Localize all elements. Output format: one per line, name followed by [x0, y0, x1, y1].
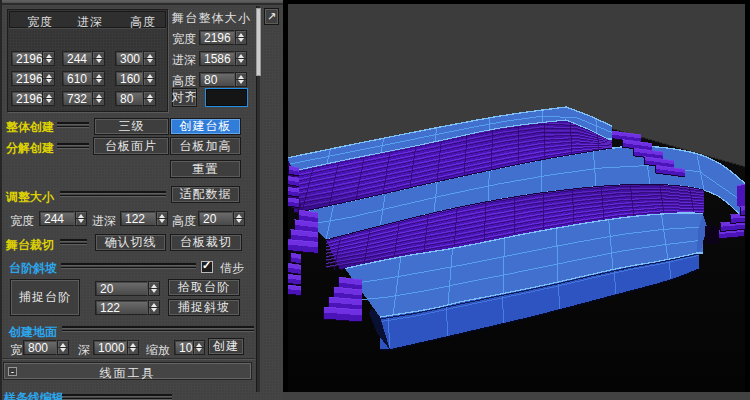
grid-r3c1-field[interactable]: 2196	[11, 91, 42, 106]
resize-field0-spin-down-icon[interactable]	[76, 219, 86, 226]
grid-r3c3-spin-down-icon[interactable]	[144, 99, 155, 106]
application-window: { "window": { "kind": "3d-modeling-tool-…	[0, 0, 750, 400]
create-ground-button[interactable]: 创建	[208, 338, 244, 355]
align-pick-field[interactable]	[205, 88, 248, 107]
capture-slope-button[interactable]: 捕捉斜坡	[168, 299, 240, 316]
grid-r3c1-spinner[interactable]	[42, 91, 55, 106]
divider-resize	[60, 191, 166, 197]
resize-field2-field[interactable]: 20	[198, 211, 233, 226]
ground-field1-spinner[interactable]	[127, 340, 139, 355]
ground-field2-spin-down-icon[interactable]	[194, 348, 204, 355]
resize-field1-field[interactable]: 122	[120, 211, 156, 226]
overall-row3-spinner[interactable]	[235, 72, 247, 87]
grid-r2c1-spinner[interactable]	[42, 71, 55, 86]
grid-r2c3-spinner[interactable]	[143, 71, 156, 86]
panel-left-edge	[0, 0, 2, 400]
ground-field2-field[interactable]: 10	[174, 340, 193, 355]
steps-field2-spin-down-icon[interactable]	[149, 308, 159, 315]
overall-row3-value: 80	[204, 73, 217, 87]
overall-row1-spin-down-icon[interactable]	[236, 38, 246, 45]
platform-raise-button[interactable]: 台板加高	[170, 137, 241, 155]
resize-field1-spin-down-icon[interactable]	[157, 219, 167, 226]
overall-row1-field[interactable]: 2196	[199, 30, 235, 45]
steps-field1-field[interactable]: 20	[95, 281, 148, 296]
grid-r1c3-spinner[interactable]	[143, 51, 156, 66]
borrow-step-checkbox[interactable]: ✓	[201, 261, 213, 273]
grid-r3c3-spinner[interactable]	[143, 91, 156, 106]
divider-spline	[62, 394, 172, 400]
grid-r3c2-spinner[interactable]	[92, 91, 105, 106]
ground-field1-field[interactable]: 1000	[93, 340, 127, 355]
ground-field0-field[interactable]: 800	[23, 340, 57, 355]
grid-r3c1-value: 2196	[16, 92, 43, 106]
overall-row1-spinner[interactable]	[235, 30, 247, 45]
panel-separator	[2, 358, 255, 359]
grid-r3c3-field[interactable]: 80	[115, 91, 143, 106]
platform-crop-button-label: 台板裁切	[180, 234, 232, 251]
resize-field0-field[interactable]: 244	[39, 211, 75, 226]
grid-r2c3-field[interactable]: 160	[115, 71, 143, 86]
grid-r2c2-spinner[interactable]	[92, 71, 105, 86]
fit-data-button[interactable]: 适配数据	[171, 186, 240, 203]
platform-patch-button[interactable]: 台板面片	[93, 137, 169, 155]
grid-r3c1-spin-down-icon[interactable]	[43, 99, 54, 106]
resize-field2-spin-down-icon[interactable]	[234, 219, 244, 226]
section-crop-label: 舞台裁切	[6, 237, 54, 254]
grid-r1c2-spinner[interactable]	[92, 51, 105, 66]
grid-r3c2-spin-down-icon[interactable]	[93, 99, 104, 106]
three-level-button[interactable]: 三级	[94, 118, 169, 135]
grid-r1c1-field[interactable]: 2196	[11, 51, 42, 66]
tool-panel: 宽度 进深 高度 2196 244 300 2196 610 160 2196 …	[0, 0, 283, 400]
capture-steps-button[interactable]: 捕捉台阶	[10, 279, 80, 316]
overall-row2-spinner[interactable]	[235, 51, 247, 66]
ground-field0-spinner[interactable]	[57, 340, 69, 355]
rollout-line-tools[interactable]: - 线面工具	[4, 363, 251, 379]
overall-row1-value: 2196	[204, 31, 231, 45]
resize-field0-spinner[interactable]	[75, 211, 87, 226]
reset-button[interactable]: 重置	[170, 160, 241, 178]
steps-field1-spin-down-icon[interactable]	[149, 289, 159, 296]
grid-r1c3-field[interactable]: 300	[115, 51, 143, 66]
check-icon: ✓	[202, 259, 211, 272]
steps-field2-field[interactable]: 122	[95, 300, 148, 315]
steps-field2-spinner[interactable]	[148, 300, 160, 315]
steps-field1-spinner[interactable]	[148, 281, 160, 296]
section-create-split-label: 分解创建	[6, 140, 54, 157]
confirm-cutline-button[interactable]: 确认切线	[95, 234, 166, 251]
grid-r1c3-spin-down-icon[interactable]	[144, 59, 155, 66]
ground-field2-spinner[interactable]	[193, 340, 205, 355]
create-platform-button[interactable]: 创建台板	[170, 118, 241, 135]
capture-steps-button-label: 捕捉台阶	[19, 289, 71, 306]
viewport-3d-scene[interactable]	[283, 0, 750, 392]
overall-row3-field[interactable]: 80	[199, 72, 235, 87]
grid-r2c1-spin-down-icon[interactable]	[43, 79, 54, 86]
grid-r1c1-spinner[interactable]	[42, 51, 55, 66]
platform-crop-button[interactable]: 台板裁切	[170, 234, 242, 251]
grid-r3c2-field[interactable]: 732	[62, 91, 92, 106]
divider-steps	[61, 263, 196, 269]
grid-r2c2-spin-down-icon[interactable]	[93, 79, 104, 86]
confirm-cutline-button-label: 确认切线	[105, 234, 157, 251]
resize-field2-spinner[interactable]	[233, 211, 245, 226]
divider-create-whole	[57, 122, 89, 128]
expand-panel-button[interactable]: ↗	[264, 8, 279, 25]
panel-top-ridge	[0, 0, 283, 5]
scrollbar-thumb[interactable]	[256, 8, 261, 76]
grid-r2c2-field[interactable]: 610	[62, 71, 92, 86]
ground-field0-spin-down-icon[interactable]	[58, 348, 68, 355]
grid-r1c2-value: 244	[67, 52, 87, 66]
resize-field1-spinner[interactable]	[156, 211, 168, 226]
align-button[interactable]: 对齐	[172, 88, 197, 107]
overall-row2-spin-down-icon[interactable]	[236, 59, 246, 66]
grid-r1c1-spin-down-icon[interactable]	[43, 59, 54, 66]
grid-r2c1-field[interactable]: 2196	[11, 71, 42, 86]
overall-row3-spin-down-icon[interactable]	[236, 80, 246, 87]
ground-field1-spin-down-icon[interactable]	[128, 348, 138, 355]
viewport[interactable]	[283, 0, 750, 400]
grid-r1c2-spin-down-icon[interactable]	[93, 59, 104, 66]
pick-steps-button[interactable]: 拾取台阶	[168, 279, 240, 296]
overall-row2-field[interactable]: 1586	[199, 51, 235, 66]
grid-r2c3-spin-down-icon[interactable]	[144, 79, 155, 86]
section-create-whole-label: 整体创建	[6, 119, 54, 136]
grid-r1c2-field[interactable]: 244	[62, 51, 92, 66]
